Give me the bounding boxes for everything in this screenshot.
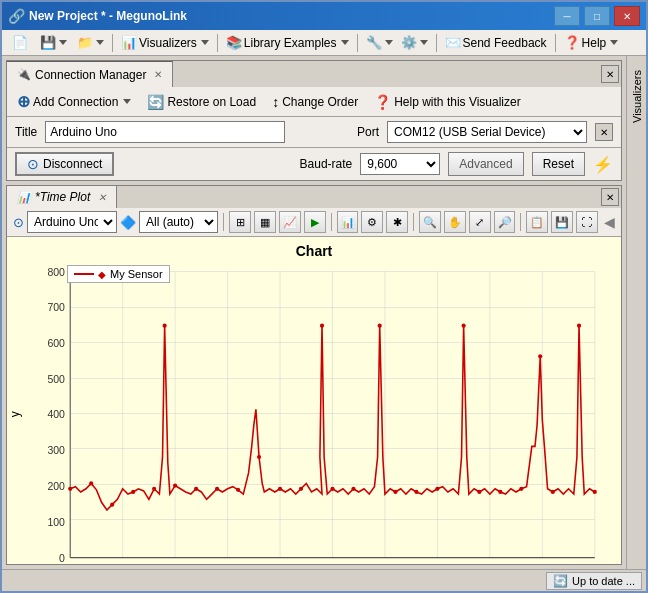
toolbar-btn-settings1[interactable]: ⚙ [361,211,383,233]
toolbar-btn-table[interactable]: ▦ [254,211,276,233]
svg-point-67 [538,354,542,358]
svg-point-57 [330,487,334,491]
svg-text:0: 0 [59,552,65,564]
chart-legend: ◆ My Sensor [67,265,170,283]
connection-manager-panel: 🔌 Connection Manager ✕ ✕ ⊕ Add Connectio… [6,60,622,181]
conn-tab-close[interactable]: ✕ [154,69,162,80]
time-plot-tab[interactable]: 📊 *Time Plot ✕ [7,186,117,208]
svg-point-46 [131,490,135,494]
advanced-button[interactable]: Advanced [448,152,523,176]
conn-panel-header: 🔌 Connection Manager ✕ ✕ [7,61,621,87]
help-visualizer-button[interactable]: ❓ Help with this Visualizer [370,92,525,112]
menu-library-examples[interactable]: 📚 Library Examples [222,32,353,53]
toolbar-btn-copy[interactable]: 📋 [526,211,548,233]
menu-save[interactable]: 💾 [34,32,73,53]
svg-text:51.638: 51.638 [528,564,557,565]
port-select[interactable]: COM12 (USB Serial Device) [387,121,587,143]
port-close-btn[interactable]: ✕ [595,123,613,141]
visualizers-tab-label: Visualizers [631,66,643,127]
toolbar-btn-play[interactable]: ▶ [304,211,326,233]
svg-point-54 [278,487,282,491]
toolbar-btn-bar[interactable]: 📊 [337,211,359,233]
reset-button[interactable]: Reset [532,152,585,176]
legend-diamond: ◆ [98,269,106,280]
svg-point-63 [462,324,466,328]
menu-tools[interactable]: 🔧 [362,32,397,53]
svg-text:400: 400 [47,408,65,420]
series-select[interactable]: All (auto) [139,211,218,233]
svg-point-69 [577,324,581,328]
svg-point-44 [89,481,93,485]
svg-text:52.638: 52.638 [580,564,609,565]
svg-text:48.638: 48.638 [371,564,400,565]
toolbar-btn-expand[interactable]: ⛶ [576,211,598,233]
baud-rate-label: Baud-rate [300,157,353,171]
baud-rate-select[interactable]: 9,600 19,200 57,600 115,200 [360,153,440,175]
disconnect-button[interactable]: ⊙ Disconnect [15,152,114,176]
toolbar-btn-zoom-rect[interactable]: ⤢ [469,211,491,233]
svg-point-68 [551,490,555,494]
title-bar: 🔗 New Project * - MegunoLink ─ □ ✕ [2,2,646,30]
svg-point-65 [498,490,502,494]
restore-on-load-button[interactable]: 🔄 Restore on Load [143,92,260,112]
title-bar-text: New Project * - MegunoLink [29,9,550,23]
menu-bar: 📄 💾 📁 📊 Visualizers 📚 Library Examples 🔧 [2,30,646,56]
menu-folder[interactable]: 📁 [73,32,108,53]
svg-point-62 [435,487,439,491]
svg-point-61 [414,490,418,494]
toolbar-btn-zoom-in[interactable]: 🔍 [419,211,441,233]
menu-visualizers[interactable]: 📊 Visualizers [117,32,213,53]
title-input[interactable] [45,121,285,143]
order-icon: ↕️ [272,94,279,110]
main-area: 🔌 Connection Manager ✕ ✕ ⊕ Add Connectio… [2,56,646,569]
conn-manager-tab[interactable]: 🔌 Connection Manager ✕ [7,61,173,87]
status-label: Up to date ... [572,575,635,587]
menu-settings[interactable]: ⚙️ [397,32,432,53]
chart-tab-label: *Time Plot [35,190,90,204]
help-icon: ❓ [374,94,391,110]
toolbar-btn-settings2[interactable]: ✱ [386,211,408,233]
svg-point-58 [351,487,355,491]
main-panel: 🔌 Connection Manager ✕ ✕ ⊕ Add Connectio… [2,56,626,569]
svg-point-45 [110,503,114,507]
chart-title: Chart [7,237,621,261]
svg-text:42.638: 42.638 [56,564,85,565]
svg-text:43.638: 43.638 [108,564,137,565]
y-axis-label: y [7,261,23,565]
toolbar-btn-chart[interactable]: 📈 [279,211,301,233]
svg-text:300: 300 [47,444,65,456]
conn-tab-icon: 🔌 [17,68,31,81]
menu-help[interactable]: ❓ Help [560,32,623,53]
conn-baud-row: ⊙ Disconnect Baud-rate 9,600 19,200 57,6… [7,148,621,180]
disconnect-icon: ⊙ [27,156,39,172]
toolbar-btn-save[interactable]: 💾 [551,211,573,233]
conn-toolbar: ⊕ Add Connection 🔄 Restore on Load ↕️ Ch… [7,87,621,117]
svg-point-55 [299,487,303,491]
svg-point-60 [393,490,397,494]
connection-select[interactable]: Arduino Uno [27,211,117,233]
conn-title-row: Title Port COM12 (USB Serial Device) ✕ [7,117,621,148]
time-plot-panel: 📊 *Time Plot ✕ ✕ ⊙ Arduino Uno 🔷 [6,185,622,565]
menu-file[interactable]: 📄 [6,32,34,53]
app-icon: 🔗 [8,8,25,24]
maximize-button[interactable]: □ [584,6,610,26]
svg-point-50 [194,487,198,491]
toolbar-btn-pan[interactable]: ✋ [444,211,466,233]
toolbar-btn-zoom-out[interactable]: 🔎 [494,211,516,233]
menu-send-feedback[interactable]: ✉️ Send Feedback [441,32,551,53]
chart-panel-close-btn[interactable]: ✕ [601,188,619,206]
svg-text:45.638: 45.638 [213,564,242,565]
add-connection-button[interactable]: ⊕ Add Connection [13,90,135,113]
chart-tab-close[interactable]: ✕ [98,192,106,203]
close-button[interactable]: ✕ [614,6,640,26]
svg-point-52 [236,488,240,492]
conn-panel-close-btn[interactable]: ✕ [601,65,619,83]
minimize-button[interactable]: ─ [554,6,580,26]
visualizers-side-tab[interactable]: Visualizers [626,56,646,569]
chart-tab-icon: 📊 [17,191,31,204]
toolbar-btn-grid[interactable]: ⊞ [229,211,251,233]
connection-icon: ⊙ [13,215,24,230]
svg-point-43 [68,487,72,491]
change-order-button[interactable]: ↕️ Change Order [268,92,362,112]
chart-content: Chart ◆ My Sensor y [7,237,621,565]
